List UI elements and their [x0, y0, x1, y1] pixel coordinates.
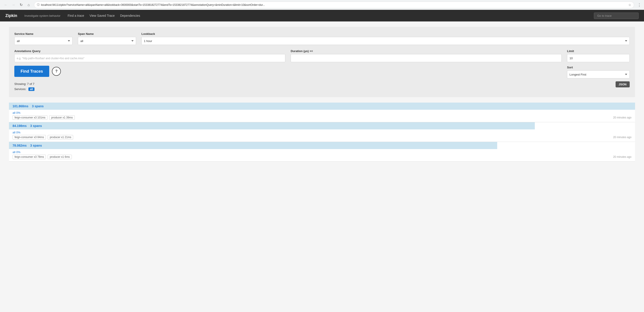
navbar: Zipkin Investigate system behavior Find …: [0, 10, 644, 21]
lookback-select[interactable]: 1 hour 2 hours 6 hours 12 hours 1 day: [142, 37, 630, 45]
trace-service: all 0%: [12, 111, 632, 114]
lookback-label: Lookback: [142, 32, 630, 35]
json-button[interactable]: JSON: [616, 81, 630, 87]
limit-input[interactable]: [567, 54, 630, 62]
search-panel: Service Name all Span Name all Lookback …: [9, 27, 635, 97]
trace-tags-row: feign-consumer x3 84ms producer x1 21ms …: [12, 135, 632, 140]
trace-item[interactable]: 101.868ms 3 spans all 0% feign-consumer …: [9, 103, 635, 122]
trace-tags-row: feign-consumer x3 101ms producer x1 39ms…: [12, 115, 632, 120]
lookback-group: Lookback 1 hour 2 hours 6 hours 12 hours…: [142, 32, 630, 45]
span-name-group: Span Name all: [78, 32, 136, 45]
nav-buttons: ← → ↻ ⌂: [3, 2, 32, 8]
lock-icon: ⓘ: [37, 3, 40, 7]
services-text: Services: all: [14, 87, 34, 92]
bookmark-button[interactable]: ☆: [628, 3, 631, 7]
annotations-input[interactable]: [14, 54, 285, 62]
nav-dependencies[interactable]: Dependencies: [120, 13, 140, 18]
trace-item[interactable]: 84.198ms 3 spans all 0% feign-consumer x…: [9, 122, 635, 142]
trace-duration-bar: [9, 103, 635, 110]
trace-top-content: 101.868ms 3 spans: [12, 104, 44, 108]
service-name-label: Service Name: [14, 32, 72, 35]
trace-tag: producer x1 39ms: [49, 115, 75, 120]
trace-top-content: 78.082ms 3 spans: [12, 144, 42, 147]
trace-spans: 3 spans: [30, 124, 42, 128]
find-row: Find Traces ?: [14, 66, 61, 77]
trace-duration: 84.198ms: [12, 124, 27, 128]
trace-tags: feign-consumer x3 78ms producer x1 6ms: [12, 155, 72, 159]
trace-tag: producer x1 21ms: [48, 135, 73, 140]
trace-duration-bar: [9, 142, 497, 149]
trace-timestamp: 20 minutes ago: [613, 116, 632, 119]
form-row-1: Service Name all Span Name all Lookback …: [14, 32, 630, 45]
form-row-2: Annotations Query Duration (μs) >= Limit: [14, 49, 630, 62]
trace-timestamp: 20 minutes ago: [613, 155, 632, 158]
trace-service: all 0%: [12, 131, 632, 134]
trace-top-content: 84.198ms 3 spans: [12, 124, 42, 128]
forward-button[interactable]: →: [10, 2, 16, 8]
service-name-group: Service Name all: [14, 32, 72, 45]
trace-tags: feign-consumer x3 84ms producer x1 21ms: [12, 135, 73, 140]
trace-duration: 78.082ms: [12, 144, 27, 147]
nav-find-trace[interactable]: Find a trace: [68, 13, 84, 18]
trace-service: all 0%: [12, 151, 632, 154]
trace-tag: feign-consumer x3 84ms: [12, 135, 46, 140]
trace-item[interactable]: 78.082ms 3 spans all 0% feign-consumer x…: [9, 142, 635, 161]
duration-group: Duration (μs) >=: [291, 49, 562, 62]
brand-logo: Zipkin: [5, 13, 17, 18]
reload-button[interactable]: ↻: [18, 2, 24, 8]
home-button[interactable]: ⌂: [26, 2, 32, 8]
trace-tag: feign-consumer x3 78ms: [12, 155, 46, 159]
find-traces-button[interactable]: Find Traces: [14, 66, 49, 77]
services-badge: all: [28, 87, 34, 91]
trace-top-bar: 78.082ms 3 spans: [9, 142, 635, 149]
trace-top-bar: 84.198ms 3 spans: [9, 122, 635, 129]
trace-bottom: all 0% feign-consumer x3 101ms producer …: [9, 110, 635, 122]
limit-group: Limit: [567, 49, 630, 62]
trace-duration-bar: [9, 122, 535, 129]
trace-tags-row: feign-consumer x3 78ms producer x1 6ms 2…: [12, 155, 632, 159]
trace-duration: 101.868ms: [12, 104, 28, 108]
limit-label: Limit: [567, 49, 630, 53]
main-content: Service Name all Span Name all Lookback …: [0, 21, 644, 312]
trace-top-bar: 101.868ms 3 spans: [9, 103, 635, 110]
showing-text: Showing: 7 of 7: [14, 81, 34, 87]
navbar-links: Find a trace View Saved Trace Dependenci…: [68, 13, 587, 18]
go-to-trace-input[interactable]: [594, 12, 639, 19]
results-stats: Showing: 7 of 7 Services: all: [14, 81, 34, 92]
url-text: localhost:9411/zipkin/?serviceName=all&s…: [41, 3, 627, 6]
annotations-label: Annotations Query: [14, 49, 285, 53]
annotations-group: Annotations Query: [14, 49, 285, 62]
trace-bottom: all 0% feign-consumer x3 84ms producer x…: [9, 129, 635, 142]
address-bar[interactable]: ⓘ localhost:9411/zipkin/?serviceName=all…: [34, 1, 634, 8]
trace-tags: feign-consumer x3 101ms producer x1 39ms: [12, 115, 75, 120]
trace-spans: 3 spans: [30, 144, 42, 147]
trace-bottom: all 0% feign-consumer x3 78ms producer x…: [9, 149, 635, 161]
trace-timestamp: 20 minutes ago: [613, 136, 632, 139]
service-name-select[interactable]: all: [14, 37, 72, 45]
trace-spans: 3 spans: [32, 104, 44, 108]
brand-tagline: Investigate system behavior: [24, 14, 60, 17]
back-button[interactable]: ←: [3, 2, 9, 8]
sort-select[interactable]: Longest First Shortest First Newest Firs…: [567, 70, 630, 78]
trace-list: 101.868ms 3 spans all 0% feign-consumer …: [9, 103, 635, 161]
sort-label: Sort: [567, 66, 630, 69]
sort-group: Sort Longest First Shortest First Newest…: [567, 66, 630, 78]
duration-label: Duration (μs) >=: [291, 49, 562, 53]
span-name-select[interactable]: all: [78, 37, 136, 45]
browser-menu-button[interactable]: ⋮: [637, 2, 641, 7]
nav-view-saved-trace[interactable]: View Saved Trace: [90, 13, 115, 18]
trace-tag: producer x1 6ms: [48, 155, 72, 159]
results-info: Showing: 7 of 7 Services: all JSON: [14, 81, 630, 92]
help-button[interactable]: ?: [52, 67, 61, 76]
duration-input[interactable]: [291, 54, 562, 62]
browser-chrome: ← → ↻ ⌂ ⓘ localhost:9411/zipkin/?service…: [0, 0, 644, 10]
trace-tag: feign-consumer x3 101ms: [12, 115, 48, 120]
span-name-label: Span Name: [78, 32, 136, 35]
